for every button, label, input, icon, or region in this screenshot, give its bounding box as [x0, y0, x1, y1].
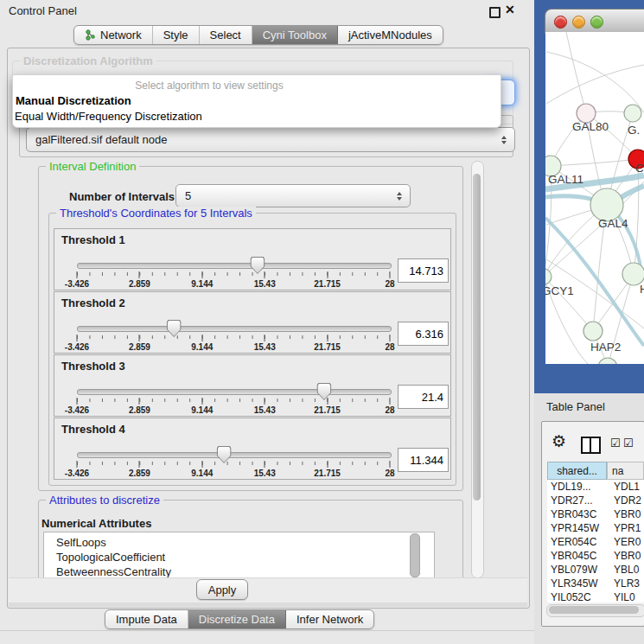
svg-text:H: H [640, 283, 644, 296]
algorithm-dropdown-popup: Select algorithm to view settings Manual… [12, 74, 501, 128]
svg-text:HAP2: HAP2 [590, 341, 621, 354]
column-header-shared[interactable]: shared... [547, 462, 607, 480]
network-window-titlebar[interactable] [545, 9, 644, 34]
network-icon [85, 29, 96, 41]
slider-minor-ticks [77, 272, 390, 276]
divider [0, 630, 536, 631]
option-equal-width-frequency[interactable]: Equal Width/Frequency Discretization [15, 110, 202, 123]
threshold-3-panel: Threshold 3 -3.426 2.859 9.144 15.43 21.… [54, 354, 451, 417]
number-of-intervals-value: 5 [185, 189, 191, 202]
table-row[interactable]: YER054CYER0 [547, 535, 644, 549]
table-row[interactable]: YDL19...YDL1 [547, 480, 644, 494]
slider-thumb[interactable] [316, 383, 331, 400]
threshold-3-value-field[interactable] [398, 385, 449, 409]
interval-definition-title: Interval Definition [46, 160, 139, 173]
table-row[interactable]: YBR045CYBR0 [547, 549, 644, 563]
table-data-value: galFiltered.sif default node [35, 133, 167, 146]
numerical-attributes-list[interactable]: SelfLoops TopologicalCoefficient Between… [43, 532, 435, 582]
discretization-algorithm-title: Discretization Algorithm [20, 54, 156, 67]
threshold-1-panel: Threshold 1 -3.426 2.859 9.144 15.43 21.… [54, 228, 451, 290]
list-item[interactable]: SelfLoops [56, 535, 434, 550]
attributes-group-title: Attributes to discretize [46, 494, 163, 507]
slider-track[interactable] [77, 263, 392, 269]
tab-discretize-data[interactable]: Discretize Data [188, 610, 286, 628]
minimize-traffic-light[interactable] [572, 16, 585, 29]
svg-text:GAL4: GAL4 [598, 217, 628, 230]
control-panel-tab-bar: Network Style Select Cyni Toolbox jActiv… [73, 25, 443, 45]
svg-text:C: C [635, 162, 644, 175]
checkbox-icon[interactable]: ☑ [610, 437, 621, 450]
slider-minor-ticks [77, 399, 390, 402]
tab-jactivemnodules[interactable]: jActiveMNodules [338, 26, 443, 44]
zoom-traffic-light[interactable] [590, 16, 603, 29]
settings-scrollbar[interactable] [471, 161, 484, 578]
table-row[interactable]: YBL079WYBL0 [547, 563, 644, 577]
stepper-arrows-icon [397, 189, 402, 203]
svg-text:GAL80: GAL80 [572, 120, 609, 133]
scrollbar-thumb[interactable] [549, 606, 639, 614]
slider-track[interactable] [77, 326, 392, 332]
panel-title: Control Panel [9, 4, 77, 17]
list-item[interactable]: TopologicalCoefficient [56, 550, 434, 564]
threshold-2-value-field[interactable] [398, 322, 449, 346]
table-row[interactable]: YBR043CYBR0 [547, 507, 644, 521]
threshold-4-value-field[interactable] [398, 448, 449, 472]
slider-thumb[interactable] [217, 446, 232, 463]
split-columns-icon[interactable] [581, 437, 601, 454]
numerical-attributes-label: Numerical Attributes [41, 517, 151, 530]
slider-track[interactable] [77, 389, 392, 395]
table-data-combobox[interactable]: galFiltered.sif default node [26, 127, 515, 152]
tab-style[interactable]: Style [153, 26, 200, 44]
svg-text:GAL11: GAL11 [548, 173, 583, 186]
slider-track[interactable] [77, 452, 392, 458]
cyni-mode-tab-bar: Impute Data Discretize Data Infer Networ… [105, 609, 374, 629]
number-of-intervals-label: Number of Intervals [69, 190, 175, 203]
node-hap2[interactable] [583, 322, 603, 341]
table-horizontal-scrollbar[interactable] [546, 604, 644, 617]
float-window-icon[interactable] [489, 7, 501, 18]
network-canvas[interactable]: GAL80 G. C GAL11 GAL4 GCY1 H HAP2 [545, 32, 644, 364]
number-of-intervals-combobox[interactable]: 5 [175, 184, 411, 207]
threshold-3-label: Threshold 3 [61, 360, 125, 373]
gear-icon[interactable]: ⚙ [552, 431, 566, 451]
threshold-4-slider[interactable]: -3.426 2.859 9.144 15.43 21.715 28 [77, 443, 390, 477]
close-traffic-light[interactable] [554, 16, 567, 29]
list-scrollbar[interactable] [410, 533, 420, 577]
scrollbar-thumb[interactable] [473, 174, 481, 501]
svg-text:G.: G. [628, 124, 640, 137]
table-row[interactable]: YIL052CYIL0 [547, 590, 644, 603]
thresholds-group-title: Threshold's Coordinates for 5 Intervals [56, 207, 256, 220]
close-icon[interactable]: ✕ [505, 3, 515, 16]
tab-network-label: Network [100, 29, 142, 41]
slider-thumb[interactable] [167, 320, 182, 337]
svg-text:GCY1: GCY1 [545, 284, 574, 297]
threshold-1-slider[interactable]: -3.426 2.859 9.144 15.43 21.715 28 [77, 253, 390, 288]
threshold-3-slider[interactable]: -3.426 2.859 9.144 15.43 21.715 28 [77, 379, 390, 414]
slider-thumb[interactable] [250, 257, 265, 274]
table-rows: YDL19...YDL1 YDR27...YDR2 YBR043CYBR0 YP… [547, 480, 644, 603]
table-panel-title: Table Panel [546, 400, 605, 413]
threshold-1-value-field[interactable] [398, 258, 449, 283]
table-row[interactable]: YPR145WYPR1 [547, 521, 644, 535]
table-row[interactable]: YDR27...YDR2 [547, 494, 644, 507]
stepper-arrows-icon [501, 133, 507, 147]
column-header-name[interactable]: na [607, 462, 644, 480]
checkbox-icon[interactable]: ☑ [623, 437, 634, 450]
tab-select[interactable]: Select [200, 26, 252, 44]
threshold-2-slider[interactable]: -3.426 2.859 9.144 15.43 21.715 28 [77, 316, 390, 351]
table-header-row: shared... na [547, 462, 644, 480]
threshold-1-label: Threshold 1 [61, 233, 125, 246]
algorithm-hint: Select algorithm to view settings [13, 80, 405, 92]
table-row[interactable]: YLR345WYLR3 [547, 577, 644, 590]
threshold-4-panel: Threshold 4 -3.426 2.859 9.144 15.43 21.… [54, 418, 451, 480]
tab-impute-data[interactable]: Impute Data [105, 610, 188, 628]
node-partial-top[interactable] [624, 105, 641, 122]
tab-infer-network[interactable]: Infer Network [286, 610, 373, 628]
apply-button[interactable]: Apply [196, 579, 248, 600]
option-manual-discretization[interactable]: Manual Discretization [16, 94, 131, 107]
tab-network[interactable]: Network [74, 26, 153, 44]
footer-bar [9, 577, 527, 607]
threshold-2-label: Threshold 2 [61, 296, 125, 309]
tab-cyni-toolbox[interactable]: Cyni Toolbox [252, 26, 338, 44]
slider-minor-ticks [77, 462, 390, 465]
